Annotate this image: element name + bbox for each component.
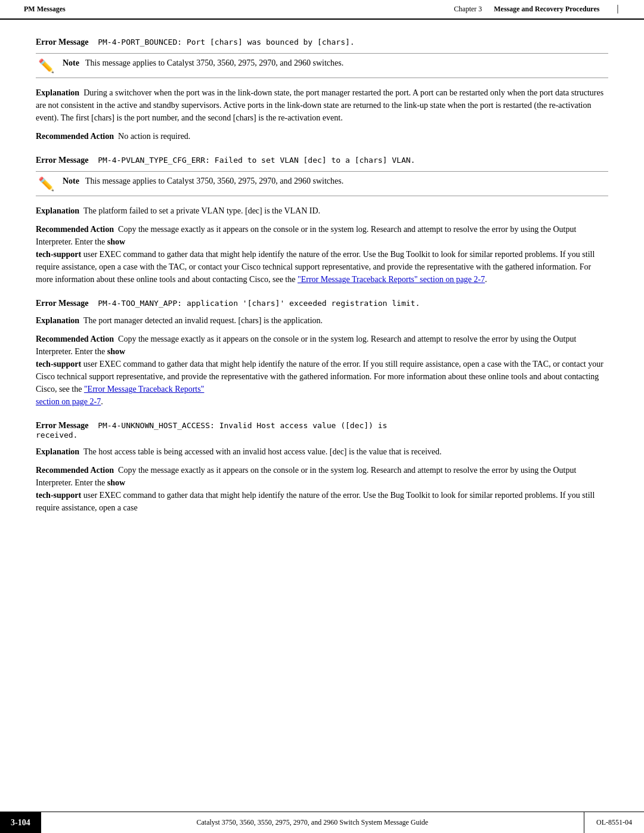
explanation-4: Explanation The host access table is bei… bbox=[36, 445, 608, 458]
note-content-1: Note This message applies to Catalyst 37… bbox=[63, 58, 343, 68]
show-bold-2: show bbox=[107, 237, 125, 246]
explanation-2: Explanation The platform failed to set a… bbox=[36, 205, 608, 217]
error-message-3: Error Message PM-4-TOO_MANY_APP: applica… bbox=[36, 299, 608, 308]
recommended-label-4: Recommended Action bbox=[36, 466, 114, 475]
link-3[interactable]: "Error Message Traceback Reports"section… bbox=[36, 385, 204, 406]
note-text-2: This message applies to Catalyst 3750, 3… bbox=[85, 176, 343, 186]
note-label-2: Note bbox=[63, 176, 79, 186]
error-label-2: Error Message bbox=[36, 156, 89, 165]
error-label-3: Error Message bbox=[36, 299, 89, 308]
header-bar: │ bbox=[615, 5, 620, 14]
note-box-1: ✏️ Note This message applies to Catalyst… bbox=[36, 53, 608, 78]
note-text-1: This message applies to Catalyst 3750, 3… bbox=[85, 58, 343, 68]
explanation-label-4: Explanation bbox=[36, 447, 79, 456]
chapter-label: Chapter 3 bbox=[454, 5, 482, 14]
note-icon-1: ✏️ bbox=[38, 60, 54, 73]
explanation-label-2: Explanation bbox=[36, 206, 79, 215]
note-label-1: Note bbox=[63, 58, 79, 68]
recommended-3: Recommended Action Copy the message exac… bbox=[36, 333, 608, 408]
page-header: PM Messages Chapter 3 Message and Recove… bbox=[0, 0, 644, 20]
chapter-title: Message and Recovery Procedures bbox=[494, 5, 599, 14]
recommended-label-3: Recommended Action bbox=[36, 335, 114, 343]
error-code-3: PM-4-TOO_MANY_APP: application '[chars]'… bbox=[98, 299, 420, 308]
link-2[interactable]: "Error Message Traceback Reports" sectio… bbox=[298, 275, 485, 284]
recommended-label-2: Recommended Action bbox=[36, 225, 114, 234]
section-too-many-app: Error Message PM-4-TOO_MANY_APP: applica… bbox=[36, 299, 608, 408]
recommended-2: Recommended Action Copy the message exac… bbox=[36, 223, 608, 286]
section-port-bounced: Error Message PM-4-PORT_BOUNCED: Port [c… bbox=[36, 38, 608, 143]
error-label-1: Error Message bbox=[36, 38, 89, 47]
note-icon-2: ✏️ bbox=[38, 178, 54, 191]
explanation-1: Explanation During a switchover when the… bbox=[36, 86, 608, 124]
show-bold-3: show bbox=[107, 347, 125, 356]
section-pvlan: Error Message PM-4-PVLAN_TYPE_CFG_ERR: F… bbox=[36, 156, 608, 286]
note-content-2: Note This message applies to Catalyst 37… bbox=[63, 176, 343, 186]
main-content: Error Message PM-4-PORT_BOUNCED: Port [c… bbox=[0, 20, 644, 575]
error-message-4: Error Message PM-4-UNKNOWN_HOST_ACCESS: … bbox=[36, 421, 608, 439]
note-box-2: ✏️ Note This message applies to Catalyst… bbox=[36, 171, 608, 196]
error-code-4: PM-4-UNKNOWN_HOST_ACCESS: Invalid Host a… bbox=[36, 421, 387, 439]
section-unknown-host: Error Message PM-4-UNKNOWN_HOST_ACCESS: … bbox=[36, 421, 608, 514]
explanation-3: Explanation The port manager detected an… bbox=[36, 314, 608, 327]
recommended-4: Recommended Action Copy the message exac… bbox=[36, 464, 608, 514]
error-label-4: Error Message bbox=[36, 421, 89, 430]
page-footer: 3-104 Catalyst 3750, 3560, 3550, 2975, 2… bbox=[0, 812, 644, 833]
error-message-2: Error Message PM-4-PVLAN_TYPE_CFG_ERR: F… bbox=[36, 156, 608, 165]
explanation-label-3: Explanation bbox=[36, 316, 79, 325]
recommended-1: Recommended Action No action is required… bbox=[36, 130, 608, 143]
error-code-1: PM-4-PORT_BOUNCED: Port [chars] was boun… bbox=[98, 38, 354, 47]
tech-support-bold-2: tech-support bbox=[36, 250, 81, 259]
footer-page-number: 3-104 bbox=[0, 812, 41, 833]
header-section-label: PM Messages bbox=[24, 5, 66, 14]
error-message-1: Error Message PM-4-PORT_BOUNCED: Port [c… bbox=[36, 38, 608, 47]
show-bold-4: show bbox=[107, 478, 125, 487]
tech-support-bold-4: tech-support bbox=[36, 491, 81, 500]
recommended-label-1: Recommended Action bbox=[36, 132, 114, 141]
error-code-2: PM-4-PVLAN_TYPE_CFG_ERR: Failed to set V… bbox=[98, 156, 415, 165]
explanation-label-1: Explanation bbox=[36, 88, 79, 97]
header-chapter-info: Chapter 3 Message and Recovery Procedure… bbox=[454, 5, 620, 14]
footer-center-text: Catalyst 3750, 3560, 3550, 2975, 2970, a… bbox=[41, 812, 584, 833]
tech-support-bold-3: tech-support bbox=[36, 360, 81, 368]
footer-right-text: OL-8551-04 bbox=[584, 812, 644, 833]
